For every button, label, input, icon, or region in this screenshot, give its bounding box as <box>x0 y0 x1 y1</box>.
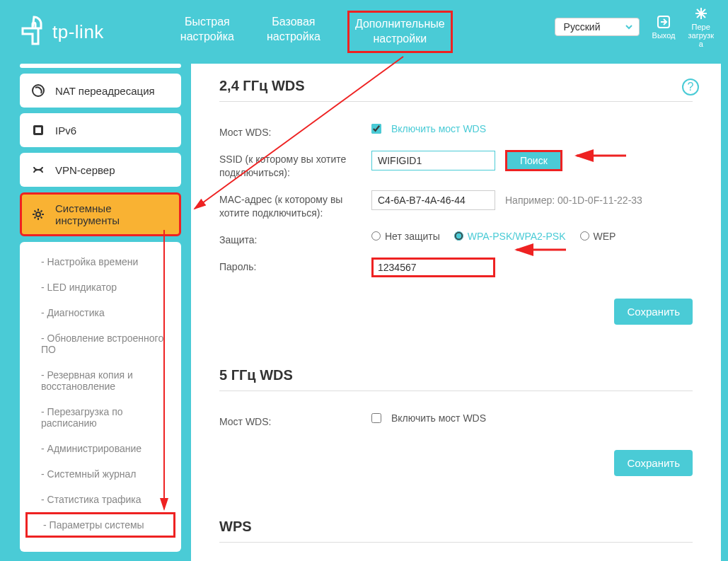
label-ssid: SSID (к которому вы хотите подключиться)… <box>219 150 371 180</box>
label-password: Пароль: <box>219 258 371 274</box>
gear-icon <box>31 207 45 221</box>
input-ssid[interactable] <box>371 151 495 170</box>
svg-text:?: ? <box>688 81 694 93</box>
sub-admin[interactable]: Администрирование <box>20 436 181 461</box>
sub-diag[interactable]: Диагностика <box>20 300 181 325</box>
input-password[interactable] <box>371 258 495 277</box>
save-button-5[interactable]: Сохранить <box>614 450 693 476</box>
label-bridge-24: Мост WDS: <box>219 123 371 140</box>
vpn-icon <box>31 163 45 177</box>
chk-bridge-24[interactable] <box>371 124 381 134</box>
section-24ghz-title: 2,4 ГГц WDS <box>219 78 693 102</box>
reboot-button[interactable]: Пере загрузк а <box>688 6 714 48</box>
sidebar-item-ipv6[interactable]: IPv6 <box>20 113 181 147</box>
save-button-24[interactable]: Сохранить <box>614 299 693 325</box>
sidebar-item-vpn[interactable]: VPN-сервер <box>20 153 181 187</box>
radio-none[interactable]: Нет защиты <box>371 231 440 242</box>
sub-system-params[interactable]: Параметры системы <box>25 512 175 538</box>
section-5ghz-title: 5 ГГц WDS <box>219 367 693 391</box>
sub-led[interactable]: LED индикатор <box>20 274 181 300</box>
mac-hint: Например: 00-1D-0F-11-22-33 <box>505 195 642 206</box>
svg-point-8 <box>36 212 40 216</box>
top-tabs: Быстрая настройка Базовая настройка Допо… <box>175 11 453 53</box>
nat-icon <box>31 83 45 98</box>
sub-firmware[interactable]: Обновление встроенного ПО <box>20 325 181 362</box>
chk-bridge-5[interactable] <box>371 413 381 423</box>
sidebar: NAT переадресация IPv6 VPN-сервер Систем… <box>20 64 181 552</box>
input-mac[interactable] <box>371 190 495 210</box>
header-right: Русский Выход Пере загрузк а <box>555 6 714 48</box>
tab-basic[interactable]: Базовая настройка <box>261 11 326 53</box>
logo: tp-link <box>20 14 104 50</box>
sidebar-item-system-tools[interactable]: Системные инструменты <box>20 192 181 236</box>
reboot-icon <box>693 6 709 21</box>
tab-quick-setup[interactable]: Быстрая настройка <box>175 11 240 53</box>
logout-icon <box>656 14 671 30</box>
header: tp-link Быстрая настройка Базовая настро… <box>0 0 728 64</box>
label-security: Защита: <box>219 231 371 248</box>
sidebar-sublist: Настройка времени LED индикатор Диагност… <box>20 242 181 552</box>
svg-point-5 <box>33 85 44 96</box>
sidebar-item-prev[interactable] <box>20 64 181 68</box>
chevron-down-icon <box>625 23 633 31</box>
svg-rect-7 <box>35 127 41 133</box>
label-bridge-5: Мост WDS: <box>219 412 371 429</box>
radio-wep[interactable]: WEP <box>580 231 616 242</box>
chk-bridge-24-text: Включить мост WDS <box>391 123 486 134</box>
sub-backup[interactable]: Резервная копия и восстановление <box>20 362 181 399</box>
sidebar-item-nat[interactable]: NAT переадресация <box>20 74 181 108</box>
sub-traffic[interactable]: Статистика трафика <box>20 487 181 512</box>
sub-syslog[interactable]: Системный журнал <box>20 461 181 487</box>
ipv6-icon <box>31 123 45 137</box>
sub-time[interactable]: Настройка времени <box>20 249 181 274</box>
radio-wpa[interactable]: WPA-PSK/WPA2-PSK <box>454 231 566 242</box>
sub-reboot-sched[interactable]: Перезагрузка по расписанию <box>20 399 181 436</box>
language-select[interactable]: Русский <box>555 18 640 36</box>
label-mac: MAC-адрес (к которому вы хотите подключи… <box>219 190 371 221</box>
main-panel: ? 2,4 ГГц WDS Мост WDS: Включить мост WD… <box>191 64 721 561</box>
tplink-logo-icon <box>20 14 48 50</box>
tab-advanced[interactable]: Дополнительные настройки <box>347 11 453 53</box>
logout-button[interactable]: Выход <box>652 14 676 40</box>
help-icon[interactable]: ? <box>681 78 700 96</box>
section-wps-title: WPS <box>219 519 693 543</box>
brand-text: tp-link <box>52 21 104 43</box>
search-button[interactable]: Поиск <box>505 150 562 171</box>
chk-bridge-5-text: Включить мост WDS <box>391 412 486 424</box>
